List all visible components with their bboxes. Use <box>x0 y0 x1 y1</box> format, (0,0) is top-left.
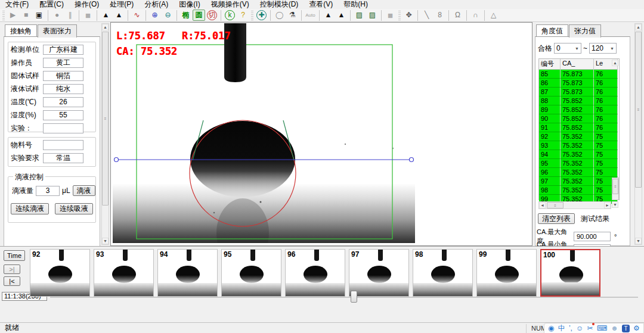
table-header-CA_[interactable]: CA_ <box>561 59 594 70</box>
drop-outline-icon[interactable]: Ω <box>451 10 464 21</box>
sessile-drop-icon[interactable]: ▲ <box>100 10 112 21</box>
max-angle-dropdown[interactable]: 120 ▼ <box>589 43 617 54</box>
sessile-drop-alt-icon[interactable]: ▲ <box>113 10 125 21</box>
drop-dome-needle-icon[interactable]: ▲ <box>335 10 348 21</box>
table-row[interactable]: 9075.85276 <box>539 114 619 123</box>
camera-icon[interactable]: ▣ <box>33 10 45 21</box>
help-icon[interactable]: ? <box>237 10 249 21</box>
table-row[interactable]: 9775.35275 <box>539 177 619 186</box>
compass-icon[interactable]: ✚ <box>256 10 267 20</box>
frame-thumbnail-96[interactable]: 96 <box>285 249 345 297</box>
left-panel-vscrollbar[interactable]: ▲ ≡ ▼ <box>101 23 109 245</box>
time-mode-button[interactable]: Time <box>4 250 25 261</box>
frame-next-button[interactable]: >| <box>4 264 20 274</box>
field-input-液体试样[interactable] <box>43 84 83 94</box>
table-hscrollbar[interactable]: ◄ ≡ ► <box>538 201 611 209</box>
scroll-up-arrow-icon[interactable]: ▲ <box>102 24 109 30</box>
table-row[interactable]: 8775.87376 <box>539 88 619 97</box>
ime-logo-icon[interactable]: ◉ <box>548 323 554 333</box>
table-row[interactable]: 8975.85276 <box>539 105 619 114</box>
stop-icon[interactable]: ■ <box>20 10 32 21</box>
continuous-suck-button[interactable]: 连续吸液 <box>55 203 93 214</box>
drop-dome-icon[interactable]: ▲ <box>322 10 335 21</box>
menu-item-4[interactable]: 分析(A) <box>139 0 174 9</box>
table-row[interactable]: 9475.35275 <box>539 150 619 159</box>
menu-item-0[interactable]: 文件(F) <box>0 0 34 9</box>
tab-contact-angle[interactable]: 接触角 <box>5 24 37 36</box>
punctuation-icon[interactable]: ’, <box>569 323 572 333</box>
menu-item-1[interactable]: 配置(C) <box>34 0 69 9</box>
line-tool-icon[interactable]: ╲ <box>420 10 433 21</box>
menu-item-7[interactable]: 控制模块(D) <box>255 0 304 9</box>
table-hscroll-thumb[interactable]: ≡ <box>547 202 564 208</box>
table-row[interactable]: 9375.35275 <box>539 141 619 150</box>
tab-tension-values[interactable]: 张力值 <box>569 24 601 38</box>
laplace-method-icon[interactable]: k <box>225 10 235 20</box>
menu-item-3[interactable]: 处理(P) <box>104 0 139 9</box>
scroll-down-arrow-icon[interactable]: ▼ <box>635 238 642 244</box>
tab-angle-values[interactable]: 角度值 <box>536 24 568 36</box>
continuous-dispense-button[interactable]: 连续滴液 <box>11 203 49 214</box>
table-row[interactable]: 9875.35275 <box>539 186 619 195</box>
field-input-检测单位[interactable] <box>43 45 83 55</box>
menu-item-6[interactable]: 视频操作(V) <box>206 0 255 9</box>
chinese-mode-icon[interactable]: 中 <box>558 323 565 333</box>
right-vscroll-thumb[interactable]: ≡ <box>635 32 642 188</box>
scroll-up-arrow-icon[interactable]: ▲ <box>635 24 642 30</box>
clear-list-button[interactable]: 清空列表 <box>538 213 575 224</box>
table-row[interactable]: 8575.87376 <box>539 70 619 79</box>
frame-thumbnail-97[interactable]: 97 <box>349 249 409 297</box>
soft-keyboard-icon[interactable]: ⌨ <box>597 323 607 333</box>
drop-arc-icon[interactable]: ∩ <box>469 10 482 21</box>
settings-gear-icon[interactable]: ⚙ <box>633 323 640 333</box>
table-row[interactable]: 8675.87376 <box>539 79 619 88</box>
field-input-温度(℃)[interactable] <box>43 97 83 107</box>
skin-person-icon[interactable]: ☻ <box>611 323 618 333</box>
camera-frame[interactable]: L:75.687R:75.017 CA: 75.352 <box>113 23 415 243</box>
timeline-slider-handle[interactable] <box>351 291 357 303</box>
dispense-flask-icon[interactable]: ⚗ <box>286 10 299 21</box>
hand-tool-icon[interactable]: ✥ <box>402 10 415 21</box>
curve-fit-icon[interactable]: ∿ <box>131 10 143 21</box>
frame-thumbnail-99[interactable]: 99 <box>476 249 537 297</box>
auto-icon[interactable]: Auto <box>304 10 317 21</box>
emoji-icon[interactable]: ☺ <box>576 323 583 333</box>
pendant-drop-icon[interactable]: 8 <box>434 10 446 21</box>
menu-item-2[interactable]: 操作(O) <box>69 0 104 9</box>
menu-item-5[interactable]: 图像(I) <box>174 0 205 9</box>
table-vscrollbar[interactable]: ≡ <box>612 178 619 200</box>
field-input-湿度(%)[interactable] <box>43 110 83 120</box>
image-level-alt-icon[interactable]: ▨ <box>366 10 379 21</box>
volume-input[interactable] <box>36 186 60 196</box>
tangent-method-icon[interactable]: 切 <box>207 10 217 20</box>
circle-method-icon[interactable]: 圆 <box>193 10 205 21</box>
table-vscroll-thumb[interactable]: ≡ <box>612 179 618 194</box>
frame-thumbnail-98[interactable]: 98 <box>413 249 473 297</box>
frame-thumbnail-100[interactable]: 100 <box>540 249 600 297</box>
angle-table[interactable]: 编号CA_Le8575.873768675.873768775.87376887… <box>538 58 620 200</box>
field-input-实验：[interactable] <box>43 123 83 133</box>
table-row[interactable]: 9575.35275 <box>539 159 619 168</box>
table-scroll-right-icon[interactable]: ► <box>604 202 611 208</box>
menu-item-9[interactable]: 帮助(H) <box>338 0 373 9</box>
field-input-实验要求[interactable] <box>43 153 83 163</box>
tab-surface-tension[interactable]: 表面张力 <box>38 24 77 38</box>
blank-frame-icon[interactable]: ■ <box>384 10 397 21</box>
ring-icon[interactable]: ◯ <box>273 10 286 21</box>
timeline-track[interactable] <box>50 297 638 298</box>
screenshot-scissors-icon[interactable]: ✂ <box>587 323 593 333</box>
play-icon[interactable]: ▶ <box>7 10 19 21</box>
pause-icon[interactable]: ∥ <box>64 10 76 21</box>
frame-prev-button[interactable]: |< <box>4 276 20 286</box>
table-row[interactable]: 9675.35275 <box>539 168 619 177</box>
frame-thumbnail-95[interactable]: 95 <box>221 249 281 297</box>
field-input-操作员[interactable] <box>43 58 83 68</box>
scroll-down-arrow-icon[interactable]: ▼ <box>102 238 109 244</box>
table-row[interactable]: 9175.85276 <box>539 123 619 132</box>
image-level-icon[interactable]: ▨ <box>353 10 366 21</box>
record-icon[interactable]: ● <box>51 10 63 21</box>
snapshot-frame-icon[interactable]: ■ <box>82 10 94 21</box>
field-input-固体试样[interactable] <box>43 71 83 81</box>
table-scroll-left-icon[interactable]: ◄ <box>539 202 546 208</box>
table-row[interactable]: 8875.85276 <box>539 97 619 105</box>
